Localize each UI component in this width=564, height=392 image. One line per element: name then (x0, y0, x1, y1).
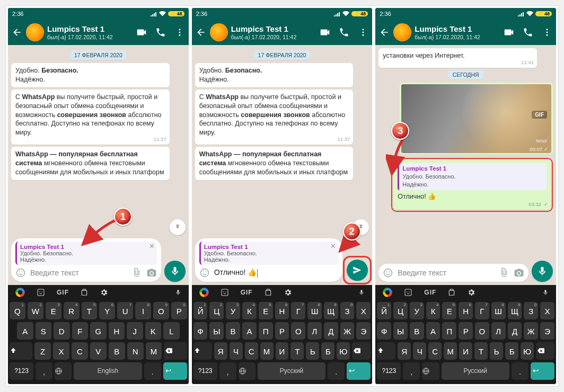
key[interactable]: I8 (135, 302, 151, 319)
key[interactable]: Я (214, 342, 227, 360)
keyboard[interactable]: Й1Ц2У3К4Е5Н6Г7Ш8Щ9З0Х ФЫВАПРОЛДЖЭ ЯЧСМИТ… (375, 300, 556, 384)
key[interactable]: Ы (393, 322, 408, 340)
back-button[interactable] (378, 26, 390, 38)
key[interactable]: В (410, 322, 424, 340)
overflow-menu-icon[interactable] (541, 26, 553, 38)
key[interactable]: Т (290, 342, 304, 360)
attach-icon[interactable] (499, 268, 509, 278)
key[interactable]: Ь (490, 342, 503, 360)
key[interactable]: M (146, 342, 162, 360)
key[interactable]: Х (540, 302, 554, 319)
voice-call-icon[interactable] (155, 26, 166, 38)
key[interactable]: Э (540, 322, 554, 340)
header-text[interactable]: Lumpics Test 1 был(-а) 17.02.2020, 11:42 (47, 24, 129, 40)
message-out-reply[interactable]: Lumpics Test 1 Удобно. Безопасно. Надёжн… (393, 160, 551, 210)
sticker-icon[interactable] (404, 288, 412, 297)
clipboard-icon[interactable] (265, 288, 272, 297)
key[interactable]: Э (356, 322, 371, 340)
key[interactable]: Щ9 (324, 302, 338, 319)
spacebar[interactable]: Русский (442, 362, 509, 380)
key[interactable]: C (72, 342, 88, 360)
key[interactable]: Ц2 (209, 302, 224, 319)
keyboard[interactable]: Q1W2E3R4T5Y6U7I8O9P0 ASDFGHJKL ZXCVBNM ?… (8, 300, 189, 384)
clipboard-icon[interactable] (81, 288, 88, 297)
key[interactable]: О (475, 322, 489, 340)
period-key[interactable]: . (144, 362, 161, 380)
key[interactable]: A (17, 322, 33, 340)
sticker-icon[interactable] (37, 288, 45, 297)
key[interactable]: Я (398, 342, 411, 360)
key[interactable]: Ы (209, 322, 224, 340)
key[interactable]: Й1 (193, 302, 208, 319)
key[interactable]: В (226, 322, 240, 340)
mic-button[interactable] (164, 261, 186, 282)
clipboard-icon[interactable] (448, 288, 455, 297)
key[interactable]: Е5 (259, 302, 273, 319)
message-out-gif[interactable]: GIF tenor 00:07✓ (400, 83, 553, 155)
comma-key[interactable]: , (403, 362, 420, 380)
message-input[interactable]: Введите текст (398, 269, 495, 277)
key[interactable]: Ю (337, 342, 350, 360)
key[interactable]: R4 (64, 302, 80, 319)
key[interactable]: Q1 (10, 302, 25, 319)
key[interactable]: А (426, 322, 440, 340)
backspace-key[interactable] (352, 342, 371, 360)
key[interactable]: Ч (230, 342, 243, 360)
period-key[interactable]: . (328, 362, 345, 380)
chat-area[interactable]: установки через Интернет. 11:41 СЕГОДНЯ … (375, 45, 556, 259)
send-button[interactable] (347, 260, 368, 281)
overflow-menu-icon[interactable] (174, 26, 186, 38)
key[interactable]: Ж (340, 322, 355, 340)
key[interactable]: Н6 (459, 302, 473, 319)
key[interactable]: Ю (521, 342, 534, 360)
key[interactable]: Х (356, 302, 371, 319)
settings-icon[interactable] (100, 288, 108, 297)
spacebar[interactable]: Русский (258, 362, 325, 380)
key[interactable]: Р (459, 322, 473, 340)
key[interactable]: Ч (413, 342, 426, 360)
symbols-key[interactable]: ?123 (377, 362, 401, 380)
message-in[interactable]: С WhatsApp вы получите быстрый, простой … (11, 90, 170, 145)
key[interactable]: E3 (46, 302, 61, 319)
key[interactable]: Е5 (442, 302, 456, 319)
key[interactable]: H (109, 322, 125, 340)
key[interactable]: А (242, 322, 257, 340)
mic-button[interactable] (532, 261, 553, 282)
key[interactable]: К4 (242, 302, 257, 319)
key[interactable]: Д (324, 322, 338, 340)
key[interactable]: S (36, 322, 52, 340)
video-call-icon[interactable] (136, 26, 147, 38)
message-in[interactable]: С WhatsApp вы получите быстрый, простой … (195, 90, 354, 145)
key[interactable]: Ш8 (491, 302, 506, 319)
key[interactable]: П (259, 322, 273, 340)
emoji-icon[interactable] (383, 268, 393, 278)
emoji-icon[interactable] (15, 268, 26, 278)
video-call-icon[interactable] (503, 26, 515, 38)
key[interactable]: Z (34, 342, 51, 360)
key[interactable]: Ф (193, 322, 208, 340)
gif-icon[interactable]: GIF (424, 289, 436, 296)
scroll-to-bottom-button[interactable] (170, 219, 186, 235)
key[interactable]: Т (474, 342, 488, 360)
key[interactable]: Y6 (99, 302, 115, 319)
message-input[interactable]: Отлично! 👍 (214, 268, 339, 277)
key[interactable]: K (145, 322, 162, 340)
key[interactable]: L (163, 322, 180, 340)
message-in[interactable]: WhatsApp — популярная бесплатная система… (195, 147, 354, 180)
message-input[interactable]: Введите текст (30, 269, 127, 277)
enter-key[interactable] (531, 362, 554, 380)
key[interactable]: T5 (82, 302, 98, 319)
key[interactable]: П (442, 322, 456, 340)
comma-key[interactable]: , (219, 362, 236, 380)
avatar[interactable] (210, 23, 228, 41)
reply-close-icon[interactable]: ✕ (330, 243, 336, 250)
key[interactable]: С (428, 342, 442, 360)
key[interactable]: Н6 (275, 302, 289, 319)
key[interactable]: U7 (117, 302, 133, 319)
key[interactable]: З0 (524, 302, 538, 319)
symbols-key[interactable]: ?123 (193, 362, 217, 380)
reply-preview[interactable]: ✕ Lumpics Test 1 Удобно. Безопасно. Надё… (199, 242, 339, 265)
gif-icon[interactable]: GIF (241, 289, 253, 296)
key[interactable]: У3 (410, 302, 424, 319)
key[interactable]: Щ9 (508, 302, 522, 319)
